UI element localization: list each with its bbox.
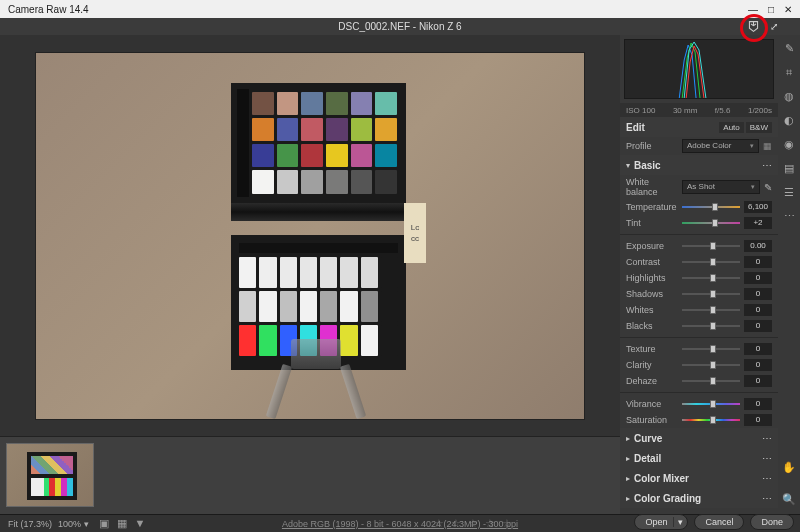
color-mixer-header[interactable]: ▸Color Mixer⋯ bbox=[620, 468, 778, 488]
section-menu-icon[interactable]: ⋯ bbox=[762, 160, 772, 171]
highlights-slider[interactable] bbox=[682, 273, 740, 283]
profile-row: Profile Adobe Color▾ ▦ bbox=[620, 137, 778, 155]
window-close[interactable]: ✕ bbox=[784, 4, 792, 15]
eyedropper-icon[interactable]: ✎ bbox=[764, 182, 772, 193]
filmstrip bbox=[0, 436, 620, 514]
dehaze-slider[interactable] bbox=[682, 376, 740, 386]
histogram[interactable] bbox=[624, 39, 774, 99]
curve-header[interactable]: ▸Curve⋯ bbox=[620, 428, 778, 448]
profile-select[interactable]: Adobe Color▾ bbox=[682, 139, 759, 153]
heal-tool-icon[interactable]: ◍ bbox=[782, 89, 796, 103]
color-grading-header[interactable]: ▸Color Grading⋯ bbox=[620, 488, 778, 508]
tripod-stand bbox=[256, 339, 376, 419]
exif-bar: ISO 10030 mmf/5.61/200s bbox=[620, 103, 778, 117]
color-checker-top bbox=[231, 83, 406, 203]
clarity-slider[interactable] bbox=[682, 360, 740, 370]
redeye-tool-icon[interactable]: ◉ bbox=[782, 137, 796, 151]
profile-browser-icon[interactable]: ▦ bbox=[763, 141, 772, 151]
bw-button[interactable]: B&W bbox=[746, 122, 772, 133]
app-title: Camera Raw 14.4 bbox=[8, 4, 89, 15]
document-header: DSC_0002.NEF - Nikon Z 6 ⤢ bbox=[0, 18, 800, 35]
dialog-buttons: Open Cancel Done bbox=[634, 514, 794, 530]
grid-icon[interactable]: ▦ bbox=[117, 517, 127, 530]
compare-icon[interactable]: ▣ bbox=[99, 517, 109, 530]
window-controls: — □ ✕ bbox=[748, 4, 792, 15]
fit-label[interactable]: Fit (17.3%) bbox=[8, 519, 52, 529]
detail-header[interactable]: ▸Detail⋯ bbox=[620, 448, 778, 468]
thumbnail[interactable] bbox=[6, 443, 94, 507]
blacks-slider[interactable] bbox=[682, 321, 740, 331]
shadows-slider[interactable] bbox=[682, 289, 740, 299]
tool-strip: ✎ ⌗ ◍ ◐ ◉ ▤ ☰ ⋯ ✋ 🔍 bbox=[778, 35, 800, 514]
basic-header[interactable]: ▾Basic⋯ bbox=[620, 155, 778, 175]
contrast-slider[interactable] bbox=[682, 257, 740, 267]
zoom-select[interactable]: 100% ▾ bbox=[58, 519, 89, 529]
workflow-link[interactable]: Adobe RGB (1998) - 8 bit - 6048 x 4024 (… bbox=[282, 519, 518, 529]
edit-header: Edit Auto B&W bbox=[620, 117, 778, 137]
window-titlebar: Camera Raw 14.4 — □ ✕ bbox=[0, 0, 800, 18]
fullscreen-icon[interactable]: ⤢ bbox=[770, 21, 778, 32]
hand-tool-icon[interactable]: ✋ bbox=[782, 460, 796, 474]
label-sticker: Lc cc bbox=[404, 203, 426, 263]
more-tool-icon[interactable]: ⋯ bbox=[782, 209, 796, 223]
cancel-button[interactable]: Cancel bbox=[694, 514, 744, 530]
canvas-area[interactable]: Lc cc bbox=[0, 35, 620, 436]
texture-slider[interactable] bbox=[682, 344, 740, 354]
presets-tool-icon[interactable]: ☰ bbox=[782, 185, 796, 199]
done-button[interactable]: Done bbox=[750, 514, 794, 530]
auto-button[interactable]: Auto bbox=[719, 122, 743, 133]
edit-panel: ISO 10030 mmf/5.61/200s Edit Auto B&W Pr… bbox=[620, 35, 778, 514]
zoom-tool-icon[interactable]: 🔍 bbox=[782, 492, 796, 506]
exposure-slider[interactable] bbox=[682, 241, 740, 251]
temperature-slider[interactable] bbox=[682, 202, 740, 212]
presets-icon[interactable] bbox=[746, 20, 760, 34]
image-viewer: Lc cc bbox=[0, 35, 620, 514]
crop-tool-icon[interactable]: ⌗ bbox=[782, 65, 796, 79]
open-button[interactable]: Open bbox=[634, 514, 688, 530]
filter-icon[interactable]: ▼ bbox=[135, 517, 146, 530]
photo-preview: Lc cc bbox=[35, 52, 585, 420]
whites-slider[interactable] bbox=[682, 305, 740, 315]
wb-select[interactable]: As Shot▾ bbox=[682, 180, 760, 194]
tint-slider[interactable] bbox=[682, 218, 740, 228]
vibrance-slider[interactable] bbox=[682, 399, 740, 409]
saturation-slider[interactable] bbox=[682, 415, 740, 425]
edit-tool-icon[interactable]: ✎ bbox=[782, 41, 796, 55]
window-min[interactable]: — bbox=[748, 4, 758, 15]
snapshot-icon[interactable]: ▤ bbox=[782, 161, 796, 175]
mask-tool-icon[interactable]: ◐ bbox=[782, 113, 796, 127]
file-title: DSC_0002.NEF - Nikon Z 6 bbox=[338, 21, 461, 32]
window-max[interactable]: □ bbox=[768, 4, 774, 15]
